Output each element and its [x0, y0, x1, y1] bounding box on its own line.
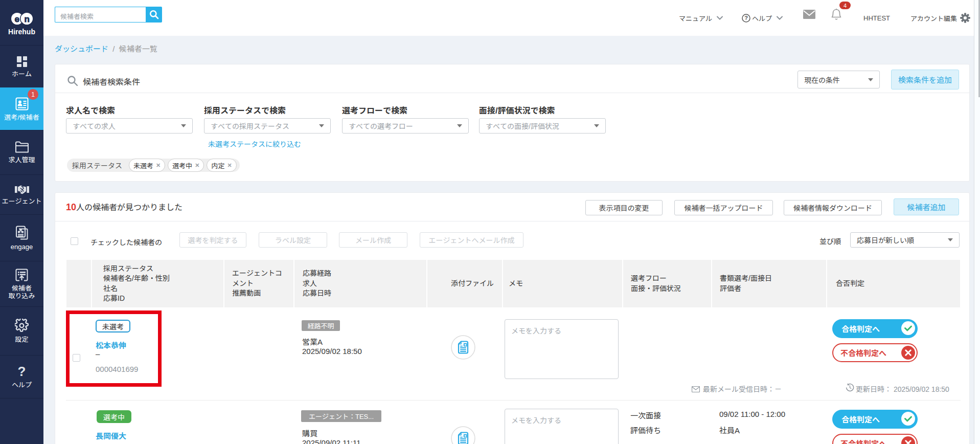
svg-text:e: e: [14, 14, 19, 24]
svg-text:n: n: [24, 14, 29, 24]
svg-text:?: ?: [744, 15, 748, 21]
